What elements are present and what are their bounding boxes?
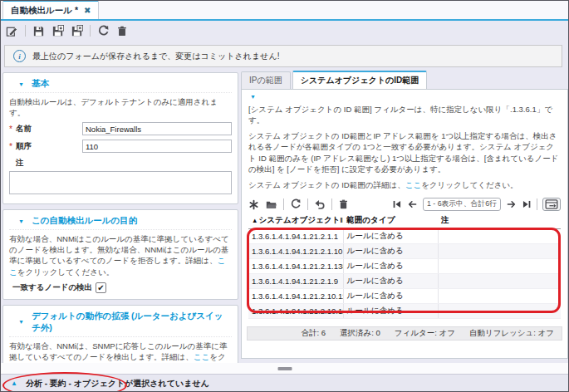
- cell-range-type[interactable]: ルールに含める: [343, 244, 438, 259]
- section-extend-default-header[interactable]: ▼ デフォルトの動作の拡張 (ルーターおよびスイッチ外): [9, 307, 232, 337]
- refresh-icon[interactable]: [97, 25, 110, 37]
- open-icon[interactable]: [265, 198, 277, 210]
- name-field-row: * 名前: [9, 122, 232, 135]
- document-tab-bar: 自動検出ルール * ✖: [0, 0, 569, 21]
- section-purpose-description: 有効な場合、NNMiはこのルールの基準に準拠しているすべてのノードを検出します。…: [9, 233, 232, 277]
- chevron-down-icon: ▼: [18, 81, 24, 87]
- cell-note[interactable]: [438, 289, 561, 304]
- toolbar-separator: [307, 198, 308, 210]
- save-and-new-icon[interactable]: [71, 25, 83, 37]
- table-row[interactable]: 1.3.6.1.4.1.94.1.21.2.1.9ルールに含める: [248, 274, 561, 289]
- tab-ip-range[interactable]: IPの範囲: [241, 71, 291, 89]
- table-pagination: 1 - 6表示中、合計6行: [392, 198, 561, 211]
- cell-oid[interactable]: 1.3.6.1.4.1.94.1.21.2.1.9: [248, 274, 343, 289]
- section-basic-header[interactable]: ▼ 基本: [9, 75, 232, 93]
- form-toolbar: [6, 24, 128, 37]
- tab-auto-discovery-rule[interactable]: 自動検出ルール * ✖: [2, 0, 99, 19]
- toolbar-separator: [331, 198, 332, 210]
- discover-matching-nodes-row: 一致するノードの検出 ✔: [9, 282, 232, 293]
- form-left-panel: ▼ 基本 自動検出ルールは、デフォルトテナントのみに適用されます。 * 名前 *…: [2, 72, 238, 363]
- cell-note[interactable]: [438, 304, 561, 319]
- sysoid-range-table-wrap: ▲システムオブジェクトIDの プレフィ 範囲のタイプ 注 1.3.6.1.4.1…: [248, 213, 561, 319]
- column-header-range-type[interactable]: 範囲のタイプ: [343, 213, 438, 229]
- cell-range-type[interactable]: ルールに含める: [343, 289, 438, 304]
- next-page-icon[interactable]: [506, 199, 517, 209]
- table-row[interactable]: 1.3.6.1.4.1.94.1.21.2.10.12ルールに含める: [248, 304, 561, 319]
- cell-range-type[interactable]: ルールに含める: [343, 304, 438, 319]
- horizontal-splitter: [0, 363, 569, 375]
- cell-oid[interactable]: 1.3.6.1.4.1.94.1.21.2.10.11: [248, 289, 343, 304]
- table-row[interactable]: 1.3.6.1.4.1.94.1.21.2.1.1ルールに含める: [248, 229, 561, 244]
- close-icon[interactable]: ✖: [84, 6, 91, 15]
- analysis-pane-label: 分析 - 要約 - オブジェクトが選択されていません: [26, 378, 209, 390]
- order-input[interactable]: [82, 140, 232, 153]
- pagination-range-field[interactable]: 1 - 6表示中、合計6行: [423, 198, 501, 211]
- cell-range-type[interactable]: ルールに含める: [343, 229, 438, 244]
- delete-icon[interactable]: [338, 198, 349, 210]
- cell-note[interactable]: [438, 229, 561, 244]
- cell-note[interactable]: [438, 274, 561, 289]
- help-link[interactable]: ここ: [405, 180, 421, 189]
- last-page-icon[interactable]: [522, 199, 532, 209]
- save-and-close-icon[interactable]: [52, 25, 64, 37]
- cell-oid[interactable]: 1.3.6.1.4.1.94.1.21.2.1.10: [248, 244, 343, 259]
- description-text: システム オブジェクトの ID範囲の詳細は、: [248, 180, 405, 189]
- undo-icon[interactable]: [314, 198, 326, 210]
- notes-textarea[interactable]: [9, 171, 232, 194]
- sort-ascending-icon: ▲: [252, 217, 258, 224]
- name-field-label: 名前: [16, 124, 82, 135]
- required-marker: *: [9, 142, 16, 151]
- info-icon: i: [13, 50, 26, 62]
- name-input[interactable]: [82, 122, 232, 135]
- tab-system-object-id-range[interactable]: システムオブジェクトのID範囲: [292, 71, 428, 89]
- chevron-down-icon: ▼: [18, 319, 24, 325]
- status-selected: 選択済み: 0: [340, 328, 380, 339]
- delete-icon[interactable]: [116, 25, 128, 37]
- discover-matching-nodes-label: 一致するノードの検出: [12, 282, 96, 292]
- tab-title: 自動検出ルール *: [11, 5, 78, 17]
- new-icon[interactable]: [248, 199, 259, 210]
- chevron-up-icon: ▲: [11, 380, 17, 387]
- open-in-table-view-icon[interactable]: [542, 198, 561, 211]
- criteria-tab-strip: IPの範囲 システムオブジェクトのID範囲: [241, 72, 568, 89]
- chevron-down-icon[interactable]: ▼: [248, 91, 562, 100]
- section-purpose-header[interactable]: ▼ この自動検出ルールの目的: [9, 212, 232, 230]
- first-page-icon[interactable]: [392, 199, 402, 209]
- toolbar-separator: [90, 25, 91, 37]
- cell-oid[interactable]: 1.3.6.1.4.1.94.1.21.2.1.1: [248, 229, 343, 244]
- cell-oid[interactable]: 1.3.6.1.4.1.94.1.21.2.1.138: [248, 259, 343, 274]
- description-text: 有効な場合、NNMiはこのルールの基準に準拠しているすべてのノードを検出します。…: [9, 234, 229, 265]
- chevron-down-icon: ▼: [18, 218, 24, 224]
- sysoid-help-paragraph-1: [システム オブジェクトの ID 範囲] フィルターは、特に指定しない限り「.1…: [248, 104, 561, 126]
- section-basic: ▼ 基本 自動検出ルールは、デフォルトテナントのみに適用されます。 * 名前 *…: [2, 72, 238, 204]
- table-row[interactable]: 1.3.6.1.4.1.94.1.21.2.10.11ルールに含める: [248, 289, 561, 304]
- discover-matching-nodes-checkbox[interactable]: ✔: [96, 282, 106, 293]
- help-link[interactable]: ここ: [194, 352, 209, 361]
- status-total: 合計: 6: [301, 328, 326, 339]
- toolbar-separator: [537, 198, 537, 210]
- sysoid-help-paragraph-2: システム オブジェクトの ID範囲とIP アドレス範囲を 1つ以上指定する場合は…: [248, 130, 561, 175]
- cell-note[interactable]: [438, 244, 561, 259]
- info-banner: i 最上位のフォームが保存されるまで、変更はコミットされません!: [4, 45, 562, 67]
- refresh-icon[interactable]: [290, 198, 302, 210]
- column-label: システムオブジェクトIDの プレフィ: [258, 215, 343, 224]
- description-text: をクリックしてください。: [17, 267, 114, 277]
- previous-page-icon[interactable]: [407, 199, 418, 209]
- cell-range-type[interactable]: ルールに含める: [343, 259, 438, 274]
- column-header-sysoid-prefix[interactable]: ▲システムオブジェクトIDの プレフィ: [248, 213, 343, 229]
- order-field-row: * 順序: [9, 140, 232, 153]
- edit-icon[interactable]: [6, 25, 18, 37]
- cell-oid[interactable]: 1.3.6.1.4.1.94.1.21.2.10.12: [248, 304, 343, 319]
- column-header-notes[interactable]: 注: [438, 213, 561, 229]
- cell-range-type[interactable]: ルールに含める: [343, 274, 438, 289]
- splitter-handle[interactable]: [277, 367, 292, 370]
- cell-note[interactable]: [438, 259, 561, 274]
- table-row[interactable]: 1.3.6.1.4.1.94.1.21.2.1.10ルールに含める: [248, 244, 561, 259]
- analysis-pane-header[interactable]: ▲ 分析 - 要約 - オブジェクトが選択されていません: [0, 374, 569, 392]
- table-header-row: ▲システムオブジェクトIDの プレフィ 範囲のタイプ 注: [248, 213, 561, 229]
- section-title: デフォルトの動作の拡張 (ルーターおよびスイッチ外): [32, 311, 232, 334]
- toolbar-separator: [283, 198, 284, 210]
- table-row[interactable]: 1.3.6.1.4.1.94.1.21.2.1.138ルールに含める: [248, 259, 561, 274]
- table-toolbar: 1 - 6表示中、合計6行: [248, 198, 561, 211]
- save-icon[interactable]: [32, 25, 45, 37]
